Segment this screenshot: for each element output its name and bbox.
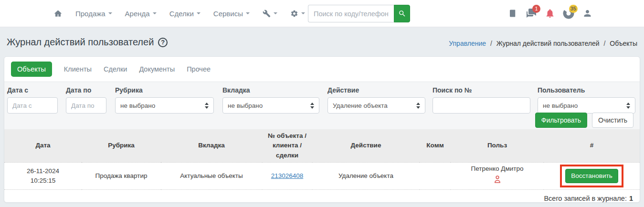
tab-select[interactable]: не выбрано (222, 97, 319, 114)
tab-deals[interactable]: Сделки (104, 65, 127, 73)
col-header-object-number: № объекта / клиента / сделки (262, 129, 312, 162)
page-area: Журнал действий пользователей ? Управлен… (0, 27, 644, 207)
date-to-input[interactable] (66, 97, 106, 114)
user-name: Петренко Дмитро (451, 164, 544, 174)
profile-button[interactable] (581, 7, 593, 20)
cell-action: Удаление объекта (312, 162, 420, 189)
tasks-badge: 35 (569, 5, 578, 13)
action-select-value: Удаление объекта (333, 102, 388, 109)
table-header-row: Дата Рубрика Вкладка № объекта / клиента… (4, 129, 640, 162)
rubric-select[interactable]: не выбрано (115, 97, 214, 114)
cell-comment (420, 162, 451, 189)
breadcrumb-separator: / (603, 40, 605, 47)
journal-icon (508, 8, 517, 19)
search-button[interactable] (394, 5, 410, 22)
home-button[interactable] (53, 9, 63, 18)
nav-item-rent[interactable]: Аренда (125, 10, 157, 18)
nav-item-deals[interactable]: Сделки (169, 10, 201, 18)
nav-item-services[interactable]: Сервисы (213, 10, 250, 18)
select-arrows-icon (416, 103, 420, 109)
main-menu: Продажа Аренда Сделки Сервисы ? (53, 0, 329, 27)
tab-documents[interactable]: Документы (139, 65, 175, 73)
caret-down-icon (153, 12, 157, 14)
row-date: 26-11-2024 (4, 166, 82, 176)
caret-down-icon (301, 12, 305, 14)
caret-down-icon (197, 12, 201, 14)
clear-button[interactable]: Очистить (592, 113, 633, 128)
cell-tab: Актуальные объекты (161, 162, 262, 189)
global-search (308, 5, 410, 22)
topbar-icon-group: 1 35 (507, 7, 593, 20)
col-header-comment: Комм (420, 129, 451, 162)
tasks-button[interactable]: 35 (563, 7, 574, 20)
action-select[interactable]: Удаление объекта (327, 97, 425, 114)
select-arrows-icon (205, 103, 209, 109)
select-arrows-icon (626, 103, 630, 109)
col-header-tab: Вкладка (161, 129, 262, 162)
object-id-link[interactable]: 213026408 (271, 172, 304, 179)
col-header-action: Действие (312, 129, 420, 162)
tab-other[interactable]: Прочее (187, 65, 211, 73)
breadcrumb-link-management[interactable]: Управление (449, 40, 486, 47)
page-title: Журнал действий пользователей ? (7, 37, 168, 48)
notifications-button[interactable] (544, 7, 556, 20)
page-header: Журнал действий пользователей ? Управлен… (0, 27, 644, 56)
number-search-input[interactable] (433, 97, 530, 114)
user-select-value: не выбрано (543, 102, 578, 109)
nav-item-sales[interactable]: Продажа (75, 10, 112, 18)
rubric-select-value: не выбрано (120, 102, 155, 109)
filter-actions: Фильтровать Очистить (535, 113, 633, 128)
page-title-text: Журнал действий пользователей (7, 37, 154, 48)
nav-item-settings[interactable] (290, 10, 305, 18)
filter-label-number-search: Поиск по № (433, 86, 530, 94)
journal-button[interactable] (507, 7, 518, 20)
wrench-icon (263, 10, 271, 18)
breadcrumb-separator: / (490, 40, 492, 47)
caret-down-icon (274, 12, 277, 14)
filter-button[interactable]: Фильтровать (535, 113, 587, 128)
cell-rubric: Продажа квартир (82, 162, 161, 189)
col-header-rubric: Рубрика (82, 129, 161, 162)
breadcrumb-item-log: Журнал действий пользователей (496, 40, 600, 47)
cell-user: Петренко Дмитро (451, 162, 544, 189)
messages-button[interactable]: 1 (526, 7, 537, 20)
select-arrows-icon (310, 103, 314, 109)
col-header-hash: # (544, 129, 640, 162)
cell-date: 26-11-2024 10:25:15 (4, 162, 82, 189)
user-select[interactable]: не выбрано (538, 97, 635, 114)
tab-objects[interactable]: Объекты (11, 62, 52, 77)
nav-item-tools[interactable] (263, 10, 277, 18)
log-panel: Объекты Клиенты Сделки Документы Прочее … (4, 56, 640, 203)
log-table: Дата Рубрика Вкладка № объекта / клиента… (4, 129, 640, 190)
breadcrumb-item-objects: Объекты (610, 40, 637, 47)
gear-icon (290, 10, 298, 18)
col-header-user: Польз (451, 129, 544, 162)
nav-label: Продажа (75, 10, 106, 18)
filter-label-user: Пользователь (538, 86, 635, 94)
filter-label-action: Действие (327, 86, 425, 94)
tab-select-value: не выбрано (228, 102, 263, 109)
row-time: 10:25:15 (4, 176, 82, 186)
table-footer: Всего записей в журнале: 1 (4, 190, 640, 203)
person-outline-icon[interactable] (493, 174, 502, 185)
restore-button[interactable]: Восстановить (565, 169, 618, 183)
total-records-label: Всего записей в журнале: (544, 195, 627, 202)
search-input[interactable] (308, 5, 394, 22)
filter-label-date-from: Дата с (7, 86, 58, 94)
col-header-date: Дата (4, 129, 82, 162)
tab-clients[interactable]: Клиенты (64, 65, 92, 73)
user-icon (582, 8, 592, 19)
filter-label-date-to: Дата по (66, 86, 106, 94)
messages-badge: 1 (532, 5, 540, 13)
breadcrumb: Управление / Журнал действий пользовател… (449, 40, 637, 47)
search-icon (398, 10, 406, 18)
nav-label: Сервисы (213, 10, 243, 18)
bell-icon (545, 8, 555, 19)
date-from-input[interactable] (7, 97, 58, 114)
total-records-value: 1 (629, 195, 633, 202)
cell-object-id: 213026408 (262, 162, 312, 189)
table-row: 26-11-2024 10:25:15 Продажа квартир Акту… (4, 162, 640, 189)
caret-down-icon (108, 12, 112, 14)
help-icon[interactable]: ? (158, 38, 168, 47)
caret-down-icon (246, 12, 250, 14)
